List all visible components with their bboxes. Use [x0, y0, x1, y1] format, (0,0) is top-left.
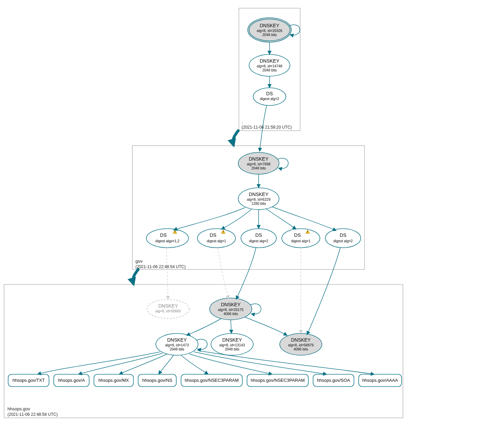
rr-hhsops-nsec3param-1: hhsops.gov/NSEC3PARAM — [181, 374, 242, 387]
node-root-ds: DS digest alg=2 — [253, 88, 286, 105]
svg-text:!: ! — [307, 230, 308, 234]
edge-ds2-hhksk — [218, 248, 229, 299]
svg-text:alg=8, id=1473: alg=8, id=1473 — [165, 343, 189, 347]
edge-zsk-txt — [37, 352, 160, 374]
svg-text:4096 bits: 4096 bits — [294, 347, 308, 351]
zone-arrow-gov-hhsops — [133, 269, 138, 284]
svg-text:alg=8, id=6229: alg=8, id=6229 — [247, 197, 271, 201]
node-root-zsk: DNSKEY alg=8, id=14748 2048 bits — [249, 54, 290, 76]
node-gov-ds5: DS digest alg=2 — [325, 229, 361, 248]
edge-govzsk-ds1 — [174, 208, 245, 230]
edge-hhksk-zsk — [186, 318, 221, 335]
svg-text:DNSKEY: DNSKEY — [222, 337, 242, 343]
rr-hhsops-ns: hhsops.gov/NS — [138, 374, 176, 387]
rr-hhsops-mx: hhsops.gov/MX — [94, 374, 133, 387]
edge-zsk-soa — [194, 352, 327, 374]
node-gov-zsk: DNSKEY alg=8, id=6229 1280 bits — [238, 188, 279, 210]
svg-text:alg=8, id=50665: alg=8, id=50665 — [155, 309, 181, 313]
edge-ds1-dkdashed — [167, 248, 168, 299]
zone-arrow-root-gov — [233, 131, 238, 145]
svg-text:alg=8, id=33175: alg=8, id=33175 — [218, 308, 243, 312]
edge-zsk-mx — [119, 354, 167, 374]
svg-text:alg=8, id=58879: alg=8, id=58879 — [288, 343, 313, 347]
zone-hhsops-label: hhsops.gov — [7, 406, 30, 411]
svg-text:hhsops.gov/TXT: hhsops.gov/TXT — [13, 378, 45, 383]
zone-hhsops-time: (2021-11-06 22:48:58 UTC) — [7, 412, 58, 417]
zone-gov-time: (2021-11-06 22:48:54 UTC) — [135, 264, 185, 269]
svg-text:!: ! — [174, 230, 176, 234]
svg-text:DNSKEY: DNSKEY — [158, 303, 178, 309]
svg-text:hhsops.gov/NSEC3PARAM: hhsops.gov/NSEC3PARAM — [251, 378, 305, 383]
node-hh-dnskey-dashed: DNSKEY alg=8, id=50665 — [147, 299, 189, 318]
node-gov-ds1: DS digest algs=1,2 ! — [146, 229, 189, 248]
svg-text:DNSKEY: DNSKEY — [221, 302, 241, 307]
svg-text:4096 bits: 4096 bits — [224, 312, 238, 316]
svg-text:digest alg=2: digest alg=2 — [260, 97, 279, 101]
zone-gov-label: gov — [135, 259, 143, 264]
svg-text:DNSKEY: DNSKEY — [167, 337, 187, 343]
edge-zsk-a — [78, 353, 163, 374]
edge-govzsk-ds4 — [266, 209, 296, 229]
svg-text:hhsops.gov/NSEC3PARAM: hhsops.gov/NSEC3PARAM — [185, 378, 239, 383]
svg-text:DS: DS — [210, 232, 216, 238]
svg-text:2048 bits: 2048 bits — [225, 347, 240, 351]
rr-hhsops-soa: hhsops.gov/SOA — [313, 374, 354, 387]
svg-text:1280 bits: 1280 bits — [251, 201, 266, 206]
zone-root-label: . — [242, 119, 243, 124]
rr-hhsops-txt: hhsops.gov/TXT — [8, 374, 49, 387]
node-root-ksk: DNSKEY alg=8, id=20326 2048 bits — [248, 18, 291, 42]
svg-text:hhsops.gov/MX: hhsops.gov/MX — [98, 378, 129, 383]
node-gov-ds3: DS digest alg=2 — [241, 229, 276, 248]
svg-text:hhsops.gov/NS: hhsops.gov/NS — [142, 378, 172, 383]
svg-text:alg=8, id=13143: alg=8, id=13143 — [219, 343, 245, 347]
edge-govzsk-ds2 — [221, 209, 252, 229]
svg-text:hhsops.gov/AAAA: hhsops.gov/AAAA — [362, 378, 398, 383]
node-gov-ds4: DS digest alg=1 ! — [282, 229, 320, 248]
svg-text:digest algs=1,2: digest algs=1,2 — [156, 239, 180, 243]
svg-text:alg=8, id=14748: alg=8, id=14748 — [257, 64, 282, 68]
node-hh-dk3: DNSKEY alg=8, id=58879 4096 bits — [280, 333, 322, 355]
edge-zsk-ns — [159, 355, 174, 374]
svg-text:DS: DS — [266, 91, 273, 96]
svg-text:2048 bits: 2048 bits — [262, 68, 277, 72]
svg-text:DS: DS — [294, 232, 300, 238]
svg-text:!: ! — [223, 230, 224, 234]
node-hh-ksk: DNSKEY alg=8, id=33175 4096 bits — [210, 298, 252, 320]
svg-point-25 — [197, 229, 235, 248]
svg-text:DNSKEY: DNSKEY — [249, 156, 269, 162]
node-hh-zsk: DNSKEY alg=8, id=1473 2048 bits — [156, 333, 198, 355]
svg-text:DS: DS — [255, 232, 262, 238]
svg-text:digest alg=1: digest alg=1 — [207, 239, 226, 243]
svg-text:DNSKEY: DNSKEY — [260, 23, 279, 28]
svg-point-38 — [325, 229, 361, 248]
svg-text:DS: DS — [160, 232, 166, 238]
zone-hhsops-box — [4, 284, 403, 418]
svg-text:DNSKEY: DNSKEY — [249, 192, 269, 197]
svg-text:alg=8, id=7698: alg=8, id=7698 — [247, 162, 271, 166]
svg-text:DNSKEY: DNSKEY — [260, 58, 279, 64]
edge-hhksk-dk2 — [231, 320, 231, 333]
svg-text:2048 bits: 2048 bits — [251, 166, 266, 170]
dnssec-diagram: . (2021-11-06 21:59:20 UTC) DNSKEY alg=8… — [0, 0, 504, 442]
rr-hhsops-a: hhsops.gov/A — [54, 374, 89, 387]
svg-text:2048 bits: 2048 bits — [170, 347, 184, 351]
rr-hhsops-nsec3param-2: hhsops.gov/NSEC3PARAM — [247, 374, 308, 387]
svg-text:alg=8, id=20326: alg=8, id=20326 — [257, 29, 282, 33]
svg-text:digest alg=2: digest alg=2 — [249, 239, 269, 243]
rr-hhsops-aaaa: hhsops.gov/AAAA — [359, 374, 402, 387]
edge-ds3-hhksk — [236, 248, 256, 299]
rrset-row: hhsops.gov/TXT hhsops.gov/A hhsops.gov/M… — [8, 374, 402, 387]
svg-text:DS: DS — [340, 232, 346, 238]
svg-point-20 — [146, 229, 189, 248]
svg-point-30 — [241, 229, 276, 248]
svg-text:digest alg=2: digest alg=2 — [334, 239, 353, 243]
svg-point-33 — [282, 229, 320, 248]
svg-text:2048 bits: 2048 bits — [262, 33, 277, 37]
edge-hhksk-dk3 — [245, 317, 287, 335]
svg-text:hhsops.gov/A: hhsops.gov/A — [58, 378, 85, 383]
node-gov-ksk: DNSKEY alg=8, id=7698 2048 bits — [238, 152, 279, 174]
edge-govzsk-ds5 — [272, 207, 336, 231]
svg-text:hhsops.gov/SOA: hhsops.gov/SOA — [317, 378, 350, 383]
svg-text:digest alg=1: digest alg=1 — [291, 239, 311, 243]
node-gov-ds2: DS digest alg=1 ! — [197, 229, 235, 248]
